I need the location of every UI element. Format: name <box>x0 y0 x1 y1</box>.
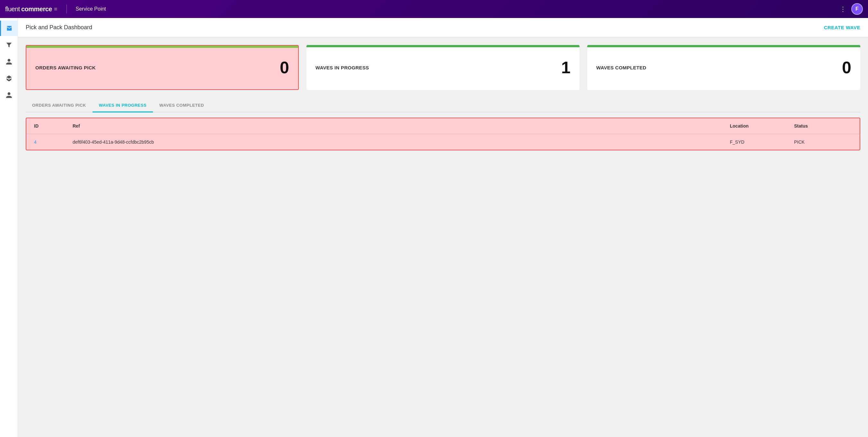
stat-card-waves-progress: WAVES IN PROGRESS 1 <box>307 45 580 90</box>
sidebar-item-person2[interactable] <box>1 87 17 103</box>
row-id[interactable]: 4 <box>34 139 72 145</box>
sidebar <box>0 18 18 437</box>
stat-value-waves-progress: 1 <box>561 58 570 77</box>
stat-card-orders-awaiting: ORDERS AWAITING PICK 0 <box>26 45 299 90</box>
waves-table: ID Ref Location Status 4 def6f403-45ed-4… <box>26 118 860 150</box>
stat-label-waves-progress: WAVES IN PROGRESS <box>315 65 369 70</box>
table-row: 4 def6f403-45ed-411a-9d48-ccfdbc2b95cb F… <box>26 134 860 150</box>
create-wave-button[interactable]: CREATE WAVE <box>824 25 860 30</box>
sidebar-item-person[interactable] <box>1 54 17 69</box>
filter-icon <box>5 41 12 49</box>
topbar-left: fluentcommerce= Service Point <box>5 4 106 13</box>
stat-label-waves-completed: WAVES COMPLETED <box>596 65 646 70</box>
service-point-label: Service Point <box>76 6 106 12</box>
box-icon <box>5 75 12 82</box>
row-ref: def6f403-45ed-411a-9d48-ccfdbc2b95cb <box>72 139 730 145</box>
table-header: ID Ref Location Status <box>26 118 860 134</box>
col-header-ref: Ref <box>72 123 730 128</box>
topbar-right: ⋮ F <box>840 3 863 15</box>
store-icon <box>6 25 13 32</box>
row-status: PICK <box>794 139 852 145</box>
person2-icon <box>5 92 12 99</box>
tab-waves-completed[interactable]: WAVES COMPLETED <box>153 99 210 113</box>
col-header-status: Status <box>794 123 852 128</box>
stats-row: ORDERS AWAITING PICK 0 WAVES IN PROGRESS… <box>26 45 860 90</box>
main-content: Pick and Pack Dashboard CREATE WAVE ORDE… <box>18 18 868 437</box>
tab-orders-awaiting-pick[interactable]: ORDERS AWAITING PICK <box>26 99 93 113</box>
avatar[interactable]: F <box>851 3 863 15</box>
more-menu-icon[interactable]: ⋮ <box>840 5 846 13</box>
person-icon <box>5 58 12 65</box>
stat-value-orders-awaiting: 0 <box>280 58 289 77</box>
content-area: ORDERS AWAITING PICK 0 WAVES IN PROGRESS… <box>18 37 868 158</box>
stat-value-waves-completed: 0 <box>842 58 851 77</box>
logo-commerce-text: commerce <box>21 5 52 13</box>
page-title: Pick and Pack Dashboard <box>26 24 92 31</box>
row-location: F_SYD <box>730 139 794 145</box>
subheader: Pick and Pack Dashboard CREATE WAVE <box>18 18 868 37</box>
logo: fluentcommerce= <box>5 5 58 13</box>
sidebar-item-box[interactable] <box>1 71 17 86</box>
tabs-bar: ORDERS AWAITING PICK WAVES IN PROGRESS W… <box>26 99 860 113</box>
stat-label-orders-awaiting: ORDERS AWAITING PICK <box>35 65 96 70</box>
logo-icon: = <box>54 6 58 12</box>
stat-card-waves-completed: WAVES COMPLETED 0 <box>587 45 860 90</box>
col-header-location: Location <box>730 123 794 128</box>
tab-waves-in-progress[interactable]: WAVES IN PROGRESS <box>93 99 153 113</box>
layout: Pick and Pack Dashboard CREATE WAVE ORDE… <box>0 18 868 437</box>
logo-fluent-text: fluent <box>5 5 20 13</box>
topbar-divider <box>66 4 67 13</box>
col-header-id: ID <box>34 123 72 128</box>
sidebar-item-store[interactable] <box>0 21 18 36</box>
sidebar-item-filter[interactable] <box>1 37 17 53</box>
topbar: fluentcommerce= Service Point ⋮ F <box>0 0 868 18</box>
